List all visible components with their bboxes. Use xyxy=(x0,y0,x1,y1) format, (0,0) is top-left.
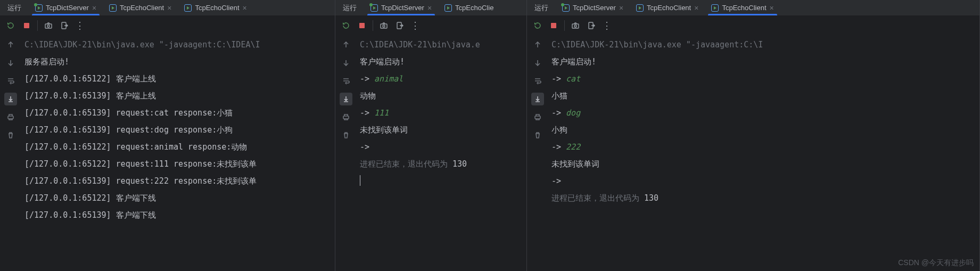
console-line: [/127.0.0.1:65122] request:111 response:… xyxy=(24,159,257,169)
stop-button[interactable] xyxy=(357,20,367,31)
tab-tcpdictserver[interactable]: TcpDictServer × xyxy=(364,0,438,15)
tab-tcpechoclient[interactable]: TcpEchoClient × xyxy=(630,0,705,15)
scroll-to-end-icon[interactable] xyxy=(4,93,17,105)
prompt: -> xyxy=(551,142,566,152)
run-label: 运行 xyxy=(335,0,364,15)
close-icon[interactable]: × xyxy=(427,4,432,12)
tab-tcpdictserver[interactable]: TcpDictServer × xyxy=(29,0,103,15)
up-icon[interactable] xyxy=(531,38,544,51)
tab-tcpdictserver[interactable]: TcpDictServer × xyxy=(556,0,630,15)
close-icon[interactable]: × xyxy=(167,4,171,12)
down-icon[interactable] xyxy=(531,56,544,69)
trash-icon[interactable] xyxy=(531,129,544,142)
console-body: C:\IDEA\JDK-21\bin\java.exe "-javaagent:… xyxy=(0,35,335,271)
caret xyxy=(360,175,360,186)
tab-label: TcpDictServer xyxy=(381,4,424,12)
tab-label: TcpDictServer xyxy=(46,4,89,12)
up-icon[interactable] xyxy=(340,38,352,51)
console-line: [/127.0.0.1:65122] request:animal respon… xyxy=(24,142,247,152)
close-icon[interactable]: × xyxy=(243,4,247,12)
run-pane-client-2: 运行 TcpDictServer × TcpEchoClient × TcpEc… xyxy=(527,0,980,271)
softwrap-icon[interactable] xyxy=(531,75,544,87)
exit-icon[interactable] xyxy=(394,20,405,31)
stdin: dog xyxy=(566,108,580,118)
tab-label: TcpEchoClient xyxy=(195,4,239,12)
console-line: 服务器启动! xyxy=(24,57,69,67)
more-icon[interactable]: ⋮ xyxy=(602,20,613,31)
run-config-icon xyxy=(636,4,644,12)
console-line: [/127.0.0.1:65122] 客户端上线 xyxy=(24,74,156,84)
console-body: C:\IDEA\JDK-21\bin\java.e 客户端启动! -> anim… xyxy=(335,35,526,271)
console-line: [/127.0.0.1:65139] request:dog response:… xyxy=(24,125,233,135)
stdin: 222 xyxy=(566,142,580,152)
console-line: 客户端启动! xyxy=(360,57,405,67)
close-icon[interactable]: × xyxy=(619,4,623,12)
tab-tcpechoclient[interactable]: TcpEchoClie xyxy=(438,0,500,15)
run-config-icon xyxy=(109,4,117,12)
command-line: C:\IDEA\JDK-21\bin\java.e xyxy=(360,40,480,50)
tab-tcpechoclient-2[interactable]: TcpEchoClient × xyxy=(178,0,253,15)
exit-icon[interactable] xyxy=(586,20,597,31)
stdout: 小狗 xyxy=(551,125,567,135)
svg-rect-4 xyxy=(8,116,13,119)
rerun-button[interactable] xyxy=(5,20,16,31)
scroll-to-end-icon[interactable] xyxy=(531,93,544,105)
print-icon[interactable] xyxy=(531,111,544,124)
run-config-icon xyxy=(562,4,570,12)
stdout: 未找到该单词 xyxy=(360,125,408,135)
tab-label: TcpEchoClient xyxy=(647,4,691,12)
tab-tcpechoclient-2[interactable]: TcpEchoClient × xyxy=(705,0,780,15)
stop-button[interactable] xyxy=(548,20,559,31)
console-output[interactable]: C:\IDEA\JDK-21\bin\java.e 客户端启动! -> anim… xyxy=(357,35,526,271)
camera-icon[interactable] xyxy=(570,20,581,31)
run-toolbar: ⋮ xyxy=(527,16,979,35)
more-icon[interactable]: ⋮ xyxy=(410,20,421,31)
rerun-button[interactable] xyxy=(532,20,543,31)
svg-rect-5 xyxy=(359,23,365,28)
camera-icon[interactable] xyxy=(43,20,54,31)
up-icon[interactable] xyxy=(4,38,17,51)
run-config-icon xyxy=(370,4,378,12)
console-line: 客户端启动! xyxy=(551,57,596,67)
exit-icon[interactable] xyxy=(59,20,70,31)
softwrap-icon[interactable] xyxy=(340,75,352,87)
camera-icon[interactable] xyxy=(378,20,389,31)
close-icon[interactable]: × xyxy=(694,4,698,12)
trash-icon[interactable] xyxy=(4,129,17,142)
close-icon[interactable]: × xyxy=(770,4,774,12)
stdin: 111 xyxy=(374,108,389,118)
stdin: cat xyxy=(566,74,580,84)
print-icon[interactable] xyxy=(4,111,17,124)
down-icon[interactable] xyxy=(4,56,17,69)
tab-label: TcpEchoClient xyxy=(722,4,766,12)
run-config-icon xyxy=(711,4,719,12)
console-output[interactable]: C:\IDEA\JDK-21\bin\java.exe "-javaagent:… xyxy=(548,35,979,271)
stdout: 动物 xyxy=(360,91,376,101)
console-line: [/127.0.0.1:65139] 客户端下线 xyxy=(24,210,156,220)
svg-rect-14 xyxy=(535,116,540,119)
scroll-to-end-icon[interactable] xyxy=(340,93,352,105)
close-icon[interactable]: × xyxy=(92,4,96,12)
console-output[interactable]: C:\IDEA\JDK-21\bin\java.exe "-javaagent:… xyxy=(21,35,335,271)
run-config-icon xyxy=(35,4,43,12)
console-line: [/127.0.0.1:65122] 客户端下线 xyxy=(24,193,156,203)
exit-msg: 进程已结束，退出代码为 130 xyxy=(360,159,467,169)
svg-rect-0 xyxy=(24,23,29,28)
print-icon[interactable] xyxy=(340,111,352,124)
softwrap-icon[interactable] xyxy=(4,75,17,87)
separator xyxy=(373,20,373,31)
tab-tcpechoclient[interactable]: TcpEchoClient × xyxy=(103,0,178,15)
run-config-icon xyxy=(184,4,192,12)
svg-point-7 xyxy=(383,25,385,27)
stdout: 小猫 xyxy=(551,91,567,101)
tab-label: TcpEchoClient xyxy=(120,4,164,12)
exit-msg: 进程已结束，退出代码为 130 xyxy=(551,193,658,203)
rerun-button[interactable] xyxy=(341,20,351,31)
svg-point-2 xyxy=(47,25,50,27)
down-icon[interactable] xyxy=(340,56,352,69)
more-icon[interactable]: ⋮ xyxy=(75,20,86,31)
console-line: [/127.0.0.1:65139] request:222 response:… xyxy=(24,176,257,186)
trash-icon[interactable] xyxy=(340,129,352,142)
run-toolbar: ⋮ xyxy=(0,16,335,35)
stop-button[interactable] xyxy=(21,20,32,31)
